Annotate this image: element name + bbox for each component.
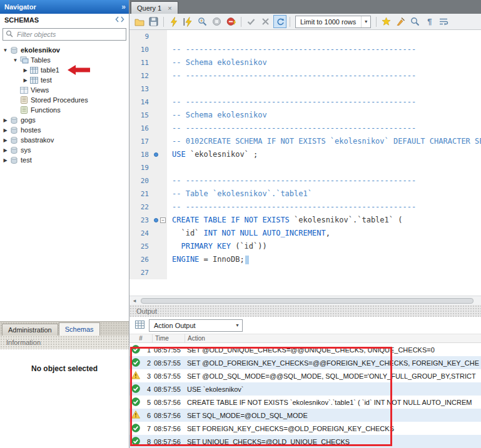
output-row-4[interactable]: 408:57:55USE `ekolesnikov`: [129, 382, 481, 396]
tree-item-hostes[interactable]: ▶hostes: [0, 125, 129, 135]
output-column-num[interactable]: #: [129, 334, 153, 342]
editor-horizontal-scrollbar[interactable]: ◂: [129, 296, 481, 305]
expander-icon[interactable]: ▶: [2, 137, 9, 143]
invisibles-icon[interactable]: ¶: [423, 15, 436, 28]
editor-line-18[interactable]: 18USE `ekolesnikov` ;: [129, 148, 481, 161]
find-icon[interactable]: [408, 15, 422, 28]
output-grid-icon[interactable]: [135, 321, 144, 330]
sql-editor[interactable]: 9 10-- ---------------------------------…: [129, 30, 481, 296]
output-row-1[interactable]: 108:57:55SET @OLD_UNIQUE_CHECKS=@@UNIQUE…: [129, 343, 481, 356]
row-time: 08:57:55: [153, 372, 185, 380]
fold-collapse-icon[interactable]: −: [160, 217, 166, 223]
save-icon[interactable]: [147, 15, 160, 28]
scroll-left-icon[interactable]: ◂: [129, 296, 139, 305]
execute-current-icon[interactable]: [181, 15, 195, 28]
expander-icon[interactable]: ▼: [2, 47, 9, 53]
tree-item-functions[interactable]: Functions: [0, 105, 129, 115]
code-text: -- Schema ekolesnikov: [167, 56, 267, 69]
autocommit-icon[interactable]: [273, 15, 286, 28]
editor-line-26[interactable]: 26ENGINE = InnoDB;: [129, 253, 481, 266]
editor-line-12[interactable]: 12-- -----------------------------------…: [129, 69, 481, 82]
explain-icon[interactable]: [196, 15, 209, 28]
code-text: [167, 82, 176, 96]
editor-line-13[interactable]: 13: [129, 82, 481, 96]
tree-item-ekolesnikov[interactable]: ▼ekolesnikov: [0, 45, 129, 55]
new-snippet-icon[interactable]: [380, 15, 393, 28]
tree-item-sbastrakov[interactable]: ▶sbastrakov: [0, 135, 129, 145]
navigator-titlebar: Navigator »: [0, 0, 129, 14]
stop-icon[interactable]: [210, 15, 223, 28]
row-number: 4: [140, 386, 153, 393]
editor-line-15[interactable]: 15-- Schema ekolesnikov: [129, 109, 481, 122]
tree-item-tables[interactable]: ▼Tables: [0, 55, 129, 65]
output-row-7[interactable]: 708:57:56SET FOREIGN_KEY_CHECKS=@OLD_FOR…: [129, 422, 481, 435]
tree-item-stored-procedures[interactable]: Stored Procedures: [0, 95, 129, 105]
editor-line-11[interactable]: 11-- Schema ekolesnikov: [129, 56, 481, 69]
output-column-time[interactable]: Time: [153, 334, 185, 342]
expander-icon[interactable]: ▶: [22, 77, 29, 83]
editor-margin: [152, 135, 167, 148]
close-tab-icon[interactable]: ×: [168, 4, 171, 12]
fn-icon: [19, 106, 29, 114]
editor-line-24[interactable]: 24 `id` INT NOT NULL AUTO_INCREMENT,: [129, 227, 481, 240]
tree-item-sys[interactable]: ▶sys: [0, 145, 129, 155]
tab-administration[interactable]: Administration: [2, 324, 58, 336]
filter-input[interactable]: [16, 30, 123, 39]
editor-margin: −: [152, 214, 167, 227]
editor-line-19[interactable]: 19: [129, 161, 481, 174]
beautify-icon[interactable]: [394, 15, 407, 28]
editor-line-20[interactable]: 20-- -----------------------------------…: [129, 174, 481, 187]
query-toolbar: Limit to 1000 rows▼¶: [129, 14, 481, 30]
row-number: 5: [140, 399, 153, 406]
row-status-and-number: 1: [129, 345, 153, 355]
editor-margin: [152, 187, 167, 201]
output-row-3[interactable]: 308:57:55SET @OLD_SQL_MODE=@@SQL_MODE, S…: [129, 369, 481, 382]
refresh-schemas-icon[interactable]: [115, 16, 124, 24]
output-row-2[interactable]: 208:57:55SET @OLD_FOREIGN_KEY_CHECKS=@@F…: [129, 356, 481, 369]
editor-line-27[interactable]: 27: [129, 266, 481, 279]
expander-icon[interactable]: ▶: [2, 157, 9, 163]
scrollbar-thumb[interactable]: [141, 298, 473, 304]
expander-icon[interactable]: ▼: [12, 57, 19, 63]
stop-on-error-icon[interactable]: [225, 15, 238, 28]
expander-icon[interactable]: ▶: [2, 117, 9, 123]
expander-icon[interactable]: ▶: [22, 67, 29, 73]
editor-margin: [152, 109, 167, 122]
success-check-icon: [131, 437, 140, 447]
tree-item-test[interactable]: ▶test: [0, 155, 129, 165]
editor-line-9[interactable]: 9: [129, 30, 481, 43]
editor-margin: [152, 148, 167, 161]
tree-item-table1[interactable]: ▶table1: [0, 65, 129, 75]
limit-rows-select[interactable]: Limit to 1000 rows▼: [295, 16, 371, 28]
wrap-icon[interactable]: [437, 15, 450, 28]
rollback-icon[interactable]: [259, 15, 272, 28]
editor-line-23[interactable]: 23−CREATE TABLE IF NOT EXISTS `ekolesnik…: [129, 214, 481, 227]
editor-line-21[interactable]: 21-- Table `ekolesnikov`.`table1`: [129, 187, 481, 201]
tab-query1[interactable]: Query 1 ×: [131, 1, 178, 14]
output-view-select[interactable]: Action Output ▼: [149, 319, 243, 332]
editor-line-10[interactable]: 10-- -----------------------------------…: [129, 43, 481, 56]
editor-line-25[interactable]: 25 PRIMARY KEY (`id`)): [129, 240, 481, 253]
tree-item-gogs[interactable]: ▶gogs: [0, 115, 129, 125]
open-file-icon[interactable]: [133, 15, 146, 28]
tree-item-views[interactable]: Views: [0, 85, 129, 95]
output-row-5[interactable]: 508:57:56CREATE TABLE IF NOT EXISTS `eko…: [129, 396, 481, 409]
output-row-8[interactable]: 808:57:56SET UNIQUE_CHECKS=@OLD_UNIQUE_C…: [129, 435, 481, 448]
row-action: SET FOREIGN_KEY_CHECKS=@OLD_FOREIGN_KEY_…: [185, 425, 481, 432]
execute-icon[interactable]: [167, 15, 180, 28]
commit-icon[interactable]: [245, 15, 258, 28]
line-number: 23: [129, 214, 152, 227]
expander-icon[interactable]: ▶: [2, 147, 9, 153]
information-header-label: Information: [6, 339, 41, 346]
collapse-panel-icon[interactable]: »: [121, 2, 124, 11]
editor-line-17[interactable]: 17-- 0102CREATE SCHEMA IF NOT EXISTS `ek…: [129, 135, 481, 148]
tree-item-test[interactable]: ▶test: [0, 75, 129, 85]
expander-icon[interactable]: ▶: [2, 127, 9, 133]
output-column-action[interactable]: Action: [185, 334, 481, 342]
editor-line-14[interactable]: 14-- -----------------------------------…: [129, 96, 481, 109]
editor-line-16[interactable]: 16-- -----------------------------------…: [129, 122, 481, 135]
editor-line-22[interactable]: 22-- -----------------------------------…: [129, 201, 481, 214]
tab-schemas[interactable]: Schemas: [59, 322, 100, 336]
editor-margin: [152, 240, 167, 253]
output-row-6[interactable]: 608:57:56SET SQL_MODE=@OLD_SQL_MODE: [129, 409, 481, 422]
